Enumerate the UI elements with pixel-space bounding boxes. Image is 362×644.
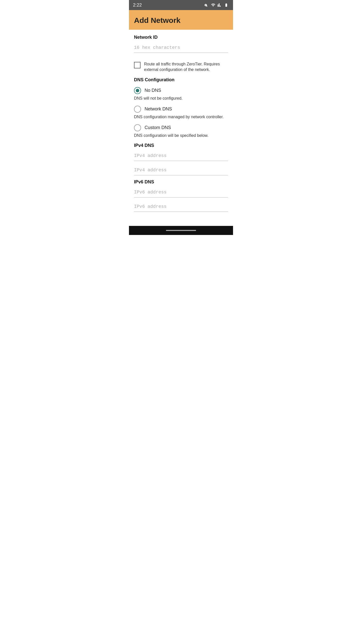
network-id-input[interactable] bbox=[134, 43, 228, 53]
status-bar: 2:22 bbox=[129, 0, 233, 10]
dns-configuration-label: DNS Configuration bbox=[134, 77, 228, 83]
signal-icon bbox=[217, 3, 222, 7]
route-all-traffic-row[interactable]: Route all traffic through ZeroTier. Requ… bbox=[134, 61, 228, 73]
ipv6-dns-input-2[interactable] bbox=[134, 202, 228, 212]
bottom-pill bbox=[166, 230, 196, 231]
key-icon bbox=[204, 3, 209, 7]
radio-option-network-dns[interactable]: Network DNS DNS configuration managed by… bbox=[134, 106, 228, 119]
radio-option-custom-dns[interactable]: Custom DNS DNS configuration will be spe… bbox=[134, 124, 228, 138]
route-all-traffic-checkbox[interactable] bbox=[134, 62, 141, 68]
app-header: Add Network bbox=[129, 10, 233, 30]
bottom-nav-bar bbox=[129, 226, 233, 235]
network-dns-label: Network DNS bbox=[145, 106, 172, 112]
page-title: Add Network bbox=[134, 16, 228, 25]
radio-option-no-dns[interactable]: No DNS DNS will not be configured. bbox=[134, 87, 228, 101]
main-content: Network ID Route all traffic through Zer… bbox=[129, 30, 233, 226]
no-dns-radio-inner bbox=[136, 89, 139, 92]
wifi-icon bbox=[210, 3, 216, 7]
checkbox-box[interactable] bbox=[134, 62, 141, 68]
network-dns-radio[interactable] bbox=[134, 106, 141, 113]
dns-configuration-section: DNS Configuration No DNS DNS will not be… bbox=[134, 77, 228, 138]
ipv4-dns-input-2[interactable] bbox=[134, 165, 228, 175]
custom-dns-label: Custom DNS bbox=[145, 125, 171, 130]
network-dns-row[interactable]: Network DNS bbox=[134, 106, 228, 113]
custom-dns-row[interactable]: Custom DNS bbox=[134, 124, 228, 131]
ipv6-dns-input-1[interactable] bbox=[134, 187, 228, 197]
status-icons bbox=[204, 3, 229, 7]
no-dns-label: No DNS bbox=[145, 88, 161, 93]
custom-dns-description: DNS configuration will be specified belo… bbox=[134, 133, 228, 138]
ipv6-dns-label: IPv6 DNS bbox=[134, 179, 228, 185]
status-time: 2:22 bbox=[133, 3, 142, 8]
no-dns-radio[interactable] bbox=[134, 87, 141, 94]
ipv6-dns-section: IPv6 DNS bbox=[134, 179, 228, 216]
network-dns-description: DNS configuration managed by network con… bbox=[134, 115, 228, 119]
custom-dns-radio[interactable] bbox=[134, 124, 141, 131]
ipv4-dns-section: IPv4 DNS bbox=[134, 143, 228, 179]
battery-icon bbox=[223, 3, 229, 7]
network-id-section: Network ID bbox=[134, 35, 228, 57]
ipv4-dns-label: IPv4 DNS bbox=[134, 143, 228, 148]
no-dns-description: DNS will not be configured. bbox=[134, 96, 228, 101]
no-dns-row[interactable]: No DNS bbox=[134, 87, 228, 94]
ipv4-dns-input-1[interactable] bbox=[134, 151, 228, 161]
network-id-label: Network ID bbox=[134, 35, 228, 40]
route-all-traffic-label: Route all traffic through ZeroTier. Requ… bbox=[144, 61, 228, 73]
